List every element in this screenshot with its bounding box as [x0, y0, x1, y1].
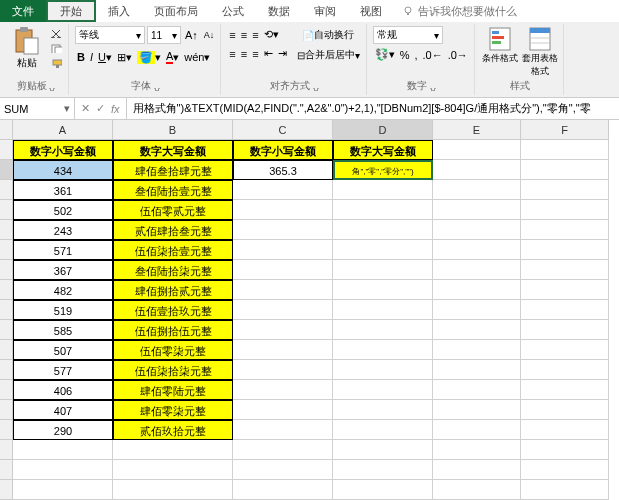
col-header[interactable]: F — [521, 120, 609, 140]
number-format-dropdown[interactable]: 常规▾ — [373, 26, 443, 44]
name-box-input[interactable] — [0, 103, 60, 115]
cell[interactable]: 361 — [13, 180, 113, 200]
underline-icon[interactable]: U▾ — [96, 48, 114, 66]
cell[interactable] — [333, 200, 433, 220]
row-header[interactable] — [0, 460, 13, 480]
cell[interactable] — [233, 320, 333, 340]
cell[interactable] — [333, 460, 433, 480]
cell[interactable] — [521, 220, 609, 240]
tab-insert[interactable]: 插入 — [96, 0, 142, 22]
col-header[interactable]: D — [333, 120, 433, 140]
cell[interactable] — [433, 280, 521, 300]
comma-icon[interactable]: , — [412, 46, 419, 63]
cell[interactable] — [113, 480, 233, 500]
cell[interactable] — [233, 380, 333, 400]
cell[interactable] — [333, 240, 433, 260]
cell[interactable] — [233, 360, 333, 380]
cell[interactable] — [233, 240, 333, 260]
fx-icon[interactable]: fx — [111, 103, 120, 115]
cell[interactable]: 367 — [13, 260, 113, 280]
cell[interactable] — [233, 200, 333, 220]
cond-format-icon[interactable] — [488, 26, 512, 52]
cell[interactable] — [333, 320, 433, 340]
cell[interactable] — [521, 300, 609, 320]
cell[interactable] — [433, 240, 521, 260]
cell[interactable] — [433, 220, 521, 240]
cell[interactable] — [521, 260, 609, 280]
select-all-corner[interactable] — [0, 120, 13, 140]
align-center-icon[interactable]: ≡ — [239, 45, 249, 62]
formula-input[interactable]: 用格式角")&TEXT(MID(A2,FIND(".",A2&".0")+2,1… — [127, 98, 619, 119]
decrease-font-icon[interactable]: A↓ — [202, 26, 217, 44]
inc-decimal-icon[interactable]: .0← — [420, 46, 444, 63]
cell[interactable] — [13, 480, 113, 500]
font-color-icon[interactable]: A▾ — [164, 48, 181, 66]
cell[interactable] — [521, 140, 609, 160]
cell[interactable]: 365.3 — [233, 160, 333, 180]
cell[interactable]: 507 — [13, 340, 113, 360]
font-size-dropdown[interactable]: 11▾ — [147, 26, 181, 44]
cell[interactable] — [433, 260, 521, 280]
border-icon[interactable]: ⊞▾ — [115, 48, 134, 66]
cancel-icon[interactable]: ✕ — [81, 102, 90, 115]
cell[interactable]: 290 — [13, 420, 113, 440]
cell[interactable]: 伍佰柒拾壹元整 — [113, 240, 233, 260]
cell[interactable]: 贰佰玖拾元整 — [113, 420, 233, 440]
cell[interactable]: 伍佰零贰元整 — [113, 200, 233, 220]
row-header[interactable] — [0, 360, 13, 380]
cell[interactable] — [233, 460, 333, 480]
cell[interactable] — [233, 300, 333, 320]
cell[interactable] — [521, 440, 609, 460]
row-header[interactable] — [0, 240, 13, 260]
cell[interactable]: 数字大写金额 — [113, 140, 233, 160]
cut-icon[interactable] — [48, 26, 64, 40]
cell[interactable] — [333, 360, 433, 380]
cell[interactable] — [233, 260, 333, 280]
orientation-icon[interactable]: ⟲▾ — [262, 26, 281, 43]
cell[interactable] — [521, 280, 609, 300]
cell[interactable] — [333, 180, 433, 200]
row-header[interactable] — [0, 300, 13, 320]
tab-home[interactable]: 开始 — [46, 0, 96, 22]
align-top-icon[interactable]: ≡ — [227, 26, 237, 43]
tab-file[interactable]: 文件 — [0, 0, 46, 22]
cell[interactable]: 叁佰陆拾柒元整 — [113, 260, 233, 280]
cell[interactable] — [521, 160, 609, 180]
cell[interactable] — [521, 460, 609, 480]
cell[interactable] — [333, 220, 433, 240]
cell[interactable]: 伍佰零柒元整 — [113, 340, 233, 360]
cell[interactable] — [521, 400, 609, 420]
row-header[interactable] — [0, 160, 13, 180]
increase-font-icon[interactable]: A↑ — [183, 26, 200, 44]
col-header[interactable]: C — [233, 120, 333, 140]
cell[interactable] — [521, 420, 609, 440]
cell[interactable]: 407 — [13, 400, 113, 420]
indent-dec-icon[interactable]: ⇤ — [262, 45, 275, 62]
cell[interactable]: 贰佰肆拾叁元整 — [113, 220, 233, 240]
cell[interactable] — [233, 480, 333, 500]
row-header[interactable] — [0, 140, 13, 160]
cell[interactable] — [521, 380, 609, 400]
merge-center-button[interactable]: ⊟合并后居中▾ — [295, 46, 362, 64]
row-header[interactable] — [0, 480, 13, 500]
cell[interactable]: 519 — [13, 300, 113, 320]
align-bottom-icon[interactable]: ≡ — [250, 26, 260, 43]
row-header[interactable] — [0, 340, 13, 360]
bold-icon[interactable]: B — [75, 48, 87, 66]
tell-me[interactable]: 告诉我你想要做什么 — [394, 0, 525, 22]
cell[interactable] — [433, 180, 521, 200]
cell[interactable] — [433, 460, 521, 480]
confirm-icon[interactable]: ✓ — [96, 102, 105, 115]
tab-layout[interactable]: 页面布局 — [142, 0, 210, 22]
italic-icon[interactable]: I — [88, 48, 95, 66]
cell[interactable] — [333, 380, 433, 400]
cell[interactable] — [233, 400, 333, 420]
cell[interactable]: 406 — [13, 380, 113, 400]
cell[interactable]: 585 — [13, 320, 113, 340]
cell[interactable] — [521, 480, 609, 500]
cell[interactable] — [433, 320, 521, 340]
col-header[interactable]: B — [113, 120, 233, 140]
currency-icon[interactable]: 💱▾ — [373, 46, 397, 63]
cell[interactable] — [521, 320, 609, 340]
cell[interactable] — [333, 440, 433, 460]
